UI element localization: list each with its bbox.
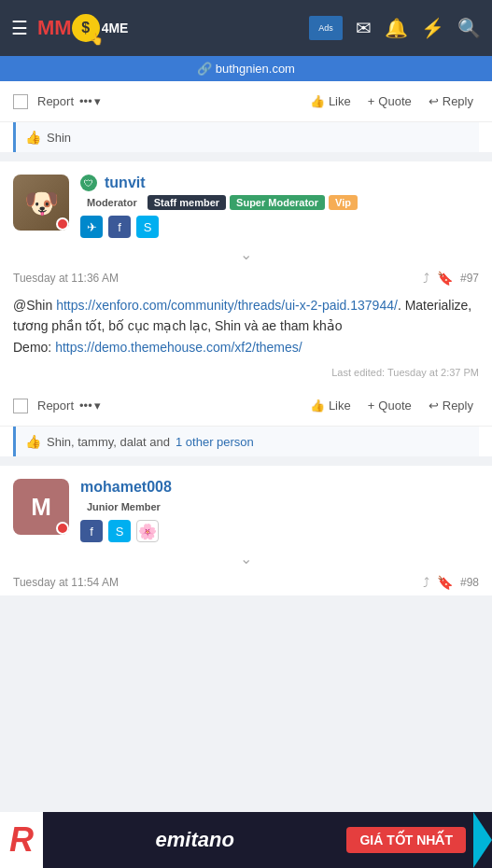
post2-reply-button[interactable]: ↩ Reply (423, 395, 479, 416)
junior-member-badge: Junior Member (80, 499, 167, 514)
quote-icon: + (368, 94, 375, 108)
post3-username-row: mohamet008 (80, 479, 479, 496)
post2-mention: @Shin (13, 298, 56, 313)
post3-user-section: M mohamet008 Junior Member f S 🌸 (0, 466, 492, 548)
reply-arrow-icon: ↩ (429, 399, 439, 413)
post3-timestamp: Tuesday at 11:54 AM (13, 576, 119, 589)
post2-likes-strip: 👍 Shin, tammy, dalat and 1 other person (13, 427, 479, 456)
banner-triangle-decoration (473, 812, 492, 868)
post2-number: #97 (460, 272, 479, 285)
quote-plus-icon: + (368, 399, 375, 413)
facebook-icon[interactable]: f (108, 216, 131, 238)
post1-likes-strip: 👍 Shin (13, 122, 479, 152)
telegram-icon[interactable]: ✈ (80, 216, 103, 238)
thumbs-up-icon: 👍 (310, 399, 325, 413)
post2-likes-names: Shin, tammy, dalat and (47, 435, 170, 449)
bottom-banner[interactable]: R emitano GIÁ TỐT NHẤT (0, 812, 492, 868)
bolt-icon[interactable]: ⚡ (421, 17, 444, 39)
post3-skype-icon[interactable]: S (108, 520, 131, 542)
thumbs-up-icon: 👍 (310, 94, 325, 108)
post2-link2[interactable]: https://demo.themehouse.com/xf2/themes/ (55, 340, 302, 355)
ads-button[interactable]: Ads (309, 16, 343, 40)
post3-user-info: mohamet008 Junior Member f S 🌸 (80, 479, 479, 542)
post3-collapse-arrow[interactable]: ⌄ (0, 548, 492, 569)
post3-meta: Tuesday at 11:54 AM ⤴ 🔖 #98 (0, 569, 492, 595)
logo-hand-icon: 👆 (90, 33, 104, 46)
post3-online-dot (56, 522, 69, 535)
post3-flower-icon[interactable]: 🌸 (136, 520, 159, 542)
likes-thumb-icon: 👍 (25, 130, 41, 145)
post2-actions-bar: Report ••• ▾ 👍 Like + Quote ↩ Reply (0, 385, 492, 427)
post2-role-badges: Moderator Staff member Super Moderator V… (80, 195, 479, 210)
reply-icon: ↩ (429, 94, 439, 108)
post2-card: 🐶 🛡 tunvit Moderator Staff member Super … (0, 161, 492, 456)
post2-user-section: 🐶 🛡 tunvit Moderator Staff member Super … (0, 161, 492, 244)
post1-report-button[interactable]: Report (37, 94, 74, 108)
post1-checkbox[interactable] (13, 94, 28, 109)
post2-content-line2: Demo: https://demo.themehouse.com/xf2/th… (13, 337, 479, 357)
logo-mm: MM (37, 16, 72, 40)
post3-role-badges: Junior Member (80, 499, 479, 514)
post2-avatar-wrap: 🐶 (13, 175, 69, 231)
post1-likes-names: Shin (47, 131, 71, 145)
bookmark-icon[interactable]: 🔖 (437, 271, 453, 286)
post2-likes-more[interactable]: 1 other person (176, 435, 254, 449)
post2-timestamp: Tuesday at 11:36 AM (13, 272, 119, 285)
banner-r-letter: R (0, 812, 43, 868)
search-icon[interactable]: 🔍 (457, 17, 481, 39)
post2-social-icons: ✈ f S (80, 216, 479, 238)
post1-quote-button[interactable]: + Quote (362, 91, 417, 112)
post2-content: @Shin https://xenforo.com/community/thre… (0, 291, 492, 367)
skype-icon[interactable]: S (136, 216, 159, 238)
post2-more-button[interactable]: ••• ▾ (79, 399, 101, 413)
post2-meta: Tuesday at 11:36 AM ⤴ 🔖 #97 (0, 265, 492, 291)
post3-card: M mohamet008 Junior Member f S 🌸 ⌄ Tuesd… (0, 466, 492, 595)
vip-badge: Vip (329, 195, 358, 210)
post2-username-row: 🛡 tunvit (80, 175, 479, 191)
moderator-badge: Moderator (80, 195, 144, 210)
post2-last-edited: Last edited: Tuesday at 2:37 PM (0, 367, 492, 385)
logo-4me: 4ME (102, 21, 129, 35)
post1-reply-button[interactable]: ↩ Reply (423, 91, 479, 112)
post3-username[interactable]: mohamet008 (80, 479, 172, 496)
top-snippet: 🔗 buthgnien.com (0, 56, 492, 81)
app-header: ☰ MM $ 👆 4ME Ads ✉ 🔔 ⚡ 🔍 (0, 0, 492, 56)
logo-coin: $ 👆 (72, 14, 100, 42)
supermoderator-badge: Super Moderator (230, 195, 325, 210)
snippet-url[interactable]: buthgnien.com (216, 62, 295, 76)
online-status-dot (56, 217, 69, 231)
post2-likes-thumb-icon: 👍 (25, 434, 41, 449)
snippet-icon: 🔗 (197, 62, 212, 76)
post2-content-line1: @Shin https://xenforo.com/community/thre… (13, 295, 479, 337)
post3-share-icon[interactable]: ⤴ (423, 575, 429, 590)
post1-like-button[interactable]: 👍 Like (304, 91, 357, 112)
top-snippet-card: 🔗 buthgnien.com Report ••• ▾ 👍 Like + Qu… (0, 56, 492, 152)
staff-badge: Staff member (148, 195, 226, 210)
post1-actions-bar: Report ••• ▾ 👍 Like + Quote ↩ Reply (0, 81, 492, 122)
collapse-arrow[interactable]: ⌄ (0, 244, 492, 265)
post2-user-info: 🛡 tunvit Moderator Staff member Super Mo… (80, 175, 479, 238)
post2-like-button[interactable]: 👍 Like (304, 395, 357, 416)
post2-checkbox[interactable] (13, 399, 28, 413)
post2-quote-button[interactable]: + Quote (362, 395, 417, 416)
post2-report-button[interactable]: Report (37, 399, 74, 413)
mail-icon[interactable]: ✉ (356, 17, 372, 39)
banner-brand: emitano (43, 828, 346, 852)
post3-number: #98 (460, 576, 479, 589)
banner-price-text: GIÁ TỐT NHẤT (346, 827, 466, 853)
post2-link1[interactable]: https://xenforo.com/community/threads/ui… (56, 298, 398, 313)
bell-icon[interactable]: 🔔 (385, 17, 408, 39)
post3-bookmark-icon[interactable]: 🔖 (437, 575, 453, 590)
mod-shield-icon: 🛡 (80, 175, 97, 191)
post3-social-icons: f S 🌸 (80, 520, 479, 542)
post3-facebook-icon[interactable]: f (80, 520, 103, 542)
header-icons: Ads ✉ 🔔 ⚡ 🔍 (309, 16, 481, 40)
share-icon[interactable]: ⤴ (423, 271, 429, 286)
hamburger-icon[interactable]: ☰ (11, 17, 28, 39)
post1-more-button[interactable]: ••• ▾ (79, 94, 101, 108)
logo: MM $ 👆 4ME (37, 14, 128, 42)
post3-avatar-wrap: M (13, 479, 69, 535)
post2-username[interactable]: tunvit (105, 175, 146, 191)
